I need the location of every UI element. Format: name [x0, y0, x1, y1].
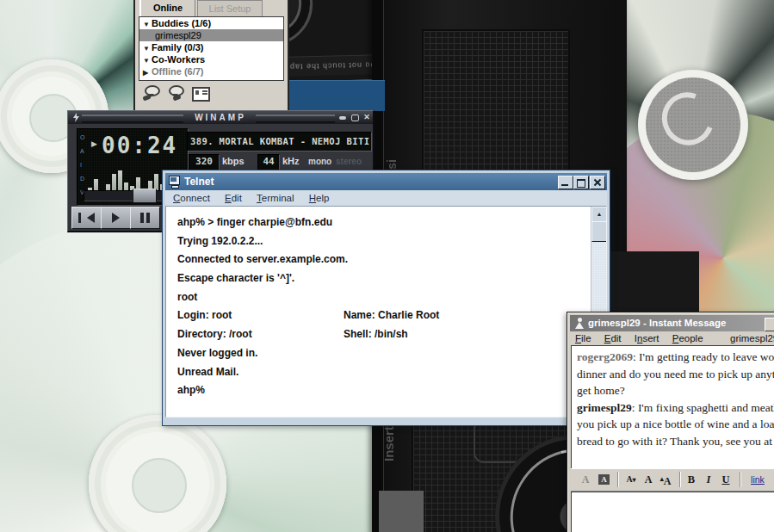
buddy-group-label: Family (0/3): [152, 42, 204, 53]
italic-button[interactable]: I: [702, 471, 715, 488]
bitrate-unit: kbps: [222, 156, 245, 166]
font-color-button[interactable]: A: [578, 471, 593, 488]
menu-connect[interactable]: Connect: [173, 193, 210, 203]
samplerate-value: 44: [257, 154, 280, 170]
bold-button[interactable]: B: [684, 471, 698, 488]
pause-button[interactable]: [130, 207, 160, 229]
chat-message-line: dinner and do you need me to pick up any…: [577, 366, 774, 383]
tab-online[interactable]: Online: [139, 0, 195, 17]
chat-screenname: grimespl29: [577, 401, 632, 414]
message-input[interactable]: [571, 492, 774, 532]
desktop-collage: Do not touch the tape inside ch the tape…: [0, 0, 774, 532]
chat-text: : I'm getting ready to leave wo: [633, 350, 774, 363]
profile-card-icon: [192, 87, 210, 102]
get-info-button[interactable]: [190, 83, 211, 103]
menu-file[interactable]: File: [575, 333, 591, 343]
menu-people[interactable]: People: [672, 333, 703, 343]
chat-message-line: bread to go with it? Thank you, see you …: [577, 433, 774, 450]
mono-indicator: mono: [308, 157, 331, 166]
im-minimize-button[interactable]: [765, 318, 774, 331]
chat-message-line: get home?: [577, 382, 774, 399]
menu-terminal[interactable]: Terminal: [257, 193, 294, 203]
aim-person-icon: [573, 318, 585, 329]
samplerate-unit: kHz: [282, 156, 300, 166]
winamp-minimize-button[interactable]: [338, 114, 347, 121]
chat-message-line: rogerg2069: I'm getting ready to leave w…: [577, 349, 774, 366]
decrease-font-button[interactable]: A▾: [622, 471, 640, 488]
telnet-icon: [169, 176, 181, 187]
buddy-group-family[interactable]: ▼Family (0/3): [139, 41, 283, 53]
clutterbar-d[interactable]: D: [80, 176, 84, 182]
telnet-terminal-output: ahp% > finger charpie@bfn.edu Trying 192…: [165, 206, 607, 418]
buddy-group-offline[interactable]: ▶Offline (6/7): [139, 65, 283, 77]
stereo-indicator: stereo: [336, 157, 362, 166]
clutterbar-a[interactable]: A: [80, 148, 84, 154]
telnet-menubar: Connect Edit Terminal Help: [165, 190, 607, 207]
menu-edit[interactable]: Edit: [604, 333, 622, 343]
telnet-maximize-button[interactable]: [573, 176, 589, 189]
winamp-titlebar[interactable]: WINAMP ✕: [68, 111, 373, 124]
chat-text: you pick up a nice bottle of wine and a …: [577, 418, 774, 430]
im-titlebar[interactable]: grimespl29 - Instant Message: [570, 315, 774, 331]
chat-text: dinner and do you need me to pick up any…: [577, 368, 774, 380]
im-menubar: File Edit Insert People grimespl29: [570, 331, 774, 345]
terminal-line: Escape character is '^]'.: [166, 269, 591, 288]
chat-text: get home?: [577, 384, 625, 397]
underline-button[interactable]: U: [719, 471, 733, 488]
buddy-tree: ▼Buddies (1/6) grimespl29 ▼Family (0/3) …: [139, 16, 284, 81]
terminal-line: Trying 192.0.2.2...: [166, 232, 591, 251]
tab-list-setup[interactable]: List Setup: [197, 0, 263, 16]
terminal-line: ahp% > finger charpie@bfn.edu: [166, 213, 591, 232]
background-color-button[interactable]: A: [597, 471, 612, 488]
menu-insert[interactable]: Insert: [635, 333, 659, 343]
chat-history: rogerg2069: I'm getting ready to leave w…: [571, 345, 774, 470]
hidden-window-fragment: [285, 80, 385, 111]
volume-slider-thumb[interactable]: [133, 189, 157, 203]
chat-text: bread to go with it? Thank you, see you …: [577, 435, 772, 448]
chat-button[interactable]: [166, 83, 187, 103]
buddy-toolbar: [137, 81, 286, 107]
im-title: grimespl29 - Instant Message: [588, 318, 726, 328]
telnet-close-button[interactable]: [590, 176, 605, 189]
tape-spool-top-right: [638, 70, 748, 180]
telnet-window: Telnet Connect Edit Terminal Help ahp% >…: [162, 170, 610, 426]
track-time: 00:24: [102, 133, 177, 158]
terminal-line: Never logged in.: [166, 344, 591, 363]
telnet-titlebar[interactable]: Telnet: [165, 173, 607, 190]
buddy-list-window: Online List Setup ▼Buddies (1/6) grimesp…: [133, 0, 289, 112]
vhs-label-corner: [379, 491, 424, 532]
buddy-group-buddies[interactable]: ▼Buddies (1/6): [139, 17, 283, 29]
im-buddy-label: grimespl29: [730, 331, 774, 345]
bitrate-value: 320: [189, 154, 220, 170]
play-status-icon: ▶: [91, 139, 97, 148]
terminal-line: root: [166, 288, 591, 307]
play-button[interactable]: [101, 207, 131, 229]
clutterbar-o[interactable]: O: [80, 134, 84, 140]
buddy-item-selected[interactable]: grimespl29: [139, 29, 283, 41]
scrollbar-thumb[interactable]: [591, 221, 607, 242]
winamp-close-button[interactable]: ✕: [362, 114, 371, 121]
track-title-marquee[interactable]: 389. MORTAL KOMBAT - NEMOJ BITI: [187, 132, 372, 152]
scroll-up-button[interactable]: ▲: [591, 207, 607, 222]
chat-text: : I'm fixing spaghetti and meatb: [632, 401, 774, 414]
tree-expander-icon[interactable]: ▶: [143, 67, 152, 79]
increase-font-button[interactable]: ▴A: [657, 471, 674, 488]
insert-link-button[interactable]: link: [746, 471, 769, 488]
winamp-title: WINAMP: [68, 113, 373, 122]
send-im-button[interactable]: [142, 83, 163, 103]
winamp-shade-button[interactable]: [350, 114, 359, 121]
chat-message-line: you pick up a nice bottle of wine and a …: [577, 416, 774, 433]
menu-help[interactable]: Help: [309, 193, 330, 203]
terminal-line: ahp%: [166, 381, 591, 400]
menu-edit[interactable]: Edit: [225, 193, 242, 203]
buddy-group-coworkers[interactable]: ▼Co-Workers: [139, 53, 283, 65]
terminal-line: Login: rootName: Charlie Root: [166, 306, 591, 325]
clutterbar-i[interactable]: I: [80, 162, 82, 168]
cd-bottom-left-hole: [132, 458, 187, 513]
normal-font-button[interactable]: A: [641, 471, 655, 488]
telnet-minimize-button[interactable]: [558, 176, 573, 189]
toolbar-separator: [740, 472, 741, 487]
buddy-group-label: Offline (6/7): [152, 66, 204, 77]
previous-track-button[interactable]: [71, 207, 102, 229]
buddy-group-label: Co-Workers: [152, 54, 205, 65]
